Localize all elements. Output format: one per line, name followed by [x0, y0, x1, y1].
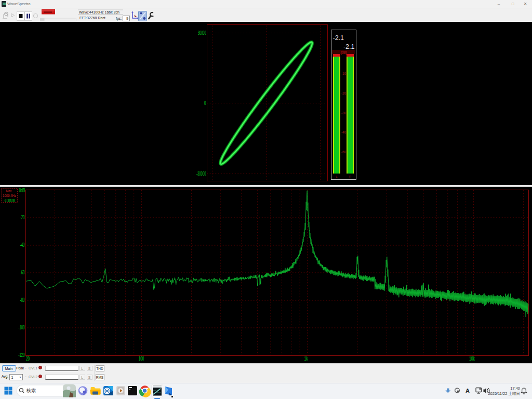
svg-text:-40: -40	[20, 242, 25, 248]
svg-text:0: 0	[204, 100, 206, 106]
svg-text:-40: -40	[341, 130, 346, 134]
svg-text:-2.1: -2.1	[343, 43, 355, 50]
svg-text:Max: Max	[6, 189, 12, 193]
svg-text:検索: 検索	[26, 388, 36, 393]
svg-text:-30: -30	[341, 111, 346, 115]
svg-text:-2.1: -2.1	[333, 34, 344, 42]
svg-text:100: 100	[139, 356, 144, 362]
svg-text:-120: -120	[18, 352, 24, 358]
svg-text:[dB]: [dB]	[341, 50, 347, 55]
svg-text:30000: 30000	[198, 30, 206, 36]
svg-text:-80: -80	[20, 297, 25, 303]
svg-text:-20: -20	[341, 91, 346, 95]
svg-text:10k: 10k	[469, 356, 475, 362]
svg-text:-100: -100	[18, 325, 24, 330]
svg-text:-30000: -30000	[196, 171, 206, 177]
svg-text:A: A	[466, 388, 470, 394]
svg-text:1k: 1k	[304, 356, 309, 362]
svg-text:20: 20	[26, 356, 30, 362]
svg-text:-20: -20	[20, 215, 25, 220]
svg-text:-10: -10	[341, 72, 346, 75]
svg-text:2025/11/22 土曜日: 2025/11/22 土曜日	[488, 391, 520, 396]
svg-text:R: R	[349, 175, 352, 178]
svg-text:-50: -50	[341, 150, 346, 154]
svg-text:-60: -60	[20, 270, 25, 275]
svg-text:17:40: 17:40	[510, 386, 520, 391]
svg-text:1000.4Hz: 1000.4Hz	[3, 193, 16, 198]
svg-text:0dB: 0dB	[19, 188, 25, 193]
svg-text:-3.38dB: -3.38dB	[4, 198, 15, 203]
